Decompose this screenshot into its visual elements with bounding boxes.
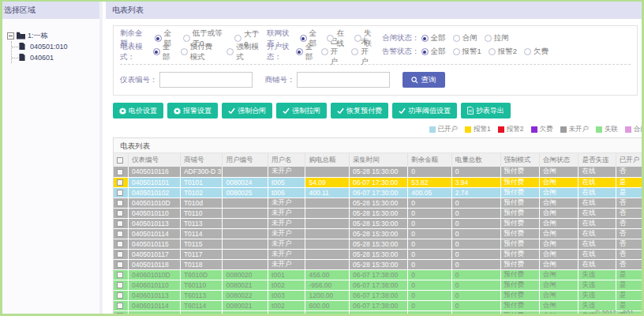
legend-item: 欠费 <box>531 125 553 134</box>
radio-icon[interactable] <box>321 48 328 55</box>
row-checkbox[interactable] <box>117 200 123 206</box>
tree-node-label[interactable]: 1:一栋 <box>28 31 48 41</box>
radio-icon[interactable] <box>183 35 190 42</box>
row-checkbox[interactable] <box>117 282 123 288</box>
row-checkbox[interactable] <box>117 190 123 196</box>
radio-option[interactable]: 拉闸 <box>485 33 509 43</box>
column-header: 强制模式 <box>500 153 539 167</box>
table-row[interactable]: 0405010116ADF300-D 3未开户05-28 15:30:0000预… <box>114 167 642 177</box>
radio-option[interactable]: 全部 <box>421 33 446 43</box>
table-cell: 未开户 <box>268 208 305 218</box>
radio-option[interactable]: 全部 <box>153 42 174 62</box>
table-cell: 0 <box>451 249 500 259</box>
toolbar-button[interactable]: 电价设置 <box>113 103 163 118</box>
radio-icon[interactable] <box>181 48 188 55</box>
radio-icon[interactable] <box>421 48 429 55</box>
toolbar-button[interactable]: 强制拉闸 <box>276 103 327 118</box>
radio-option[interactable]: 报警2 <box>489 47 517 57</box>
row-checkbox[interactable] <box>117 261 123 268</box>
radio-option[interactable]: 欠费 <box>524 47 549 57</box>
radio-option[interactable]: 合闸 <box>453 33 477 43</box>
table-cell: 合闸 <box>539 259 578 269</box>
row-checkbox[interactable] <box>117 241 123 247</box>
table-row[interactable]: 040501010DT010d未开户05-28 15:30:0000预付费合闸在… <box>114 198 642 208</box>
table-cell: 预付费 <box>500 218 539 228</box>
row-checkbox[interactable] <box>117 210 123 216</box>
table-cell: 0 <box>451 290 500 300</box>
table-row[interactable]: 0405010113T0113未开户05-28 15:30:0000预付费合闸在… <box>114 218 642 228</box>
collapse-icon[interactable] <box>7 32 14 40</box>
main-content: 剩余金额：全部低于或等于0大于0联网状态：全部在线失联合闸状态：全部合闸拉闸电表… <box>106 25 642 314</box>
query-button[interactable]: 查询 <box>402 72 445 88</box>
radio-icon[interactable] <box>453 35 460 42</box>
app-frame: 选择区域 1:一栋 040501:010040601 电表列表 剩余金额：全部低… <box>2 2 642 314</box>
radio-icon[interactable] <box>300 35 307 42</box>
column-header: 用户编号 <box>223 153 268 167</box>
select-all-checkbox[interactable] <box>117 157 123 164</box>
tree-node-label[interactable]: 040501:010 <box>30 43 68 51</box>
row-checkbox[interactable] <box>117 179 123 186</box>
table-row[interactable]: 0406010110T601100080021t002-956.0006-07 … <box>114 280 642 290</box>
row-checkbox[interactable] <box>117 169 123 175</box>
table-row[interactable]: 0405010101T01010080024t00554.0906-07 17:… <box>114 177 642 187</box>
table-row[interactable]: 0405010102T01020080025t006400.1106-07 17… <box>114 187 642 198</box>
row-checkbox[interactable] <box>117 313 123 314</box>
toolbar-button[interactable]: 报警设置 <box>167 103 218 118</box>
row-checkbox[interactable] <box>117 292 123 299</box>
row-checkbox[interactable] <box>117 272 123 278</box>
row-checkbox[interactable] <box>117 220 123 227</box>
legend-swatch <box>560 126 567 133</box>
legend: 已开户报警1报警2欠费未开户失联合闸 <box>113 125 642 134</box>
meter-no-input[interactable] <box>159 72 253 88</box>
check-icon <box>399 107 406 115</box>
table-row[interactable]: 0405010115T0115未开户05-28 15:30:0000预付费合闸在… <box>114 239 642 249</box>
radio-option[interactable]: 预付费模式 <box>181 42 220 62</box>
row-checkbox[interactable] <box>117 303 123 309</box>
radio-icon[interactable] <box>227 48 234 55</box>
row-checkbox[interactable] <box>117 231 123 237</box>
radio-option[interactable]: 报警1 <box>453 47 481 57</box>
table-cell: 否 <box>616 239 642 249</box>
table-cell: 53.82 <box>408 177 452 187</box>
radio-option[interactable]: 全部 <box>421 47 446 57</box>
radio-icon[interactable] <box>153 48 160 55</box>
table-row[interactable]: 0405010118T0118未开户05-28 15:30:0000预付费合闸在… <box>114 259 642 269</box>
tree-root-node[interactable]: 1:一栋 <box>7 30 96 41</box>
radio-option[interactable]: 强制模式 <box>227 42 260 62</box>
table-cell: T0117 <box>180 249 223 259</box>
toolbar-button-label: 恢复预付费 <box>346 106 382 116</box>
toolbar-button[interactable]: 功率阈值设置 <box>392 103 457 118</box>
tree-leaf-node[interactable]: 040601 <box>12 52 96 63</box>
table-row[interactable]: 0406010113T601130080022t0031200.0006-07 … <box>114 290 642 300</box>
table-row[interactable]: 0406010114T601140080021t002600.0006-07 1… <box>114 300 642 310</box>
tree-node-label[interactable]: 040601 <box>30 54 54 62</box>
table-cell: 0 <box>451 167 500 177</box>
radio-icon[interactable] <box>489 48 496 55</box>
radio-option[interactable]: 全部 <box>296 42 314 62</box>
radio-icon[interactable] <box>296 48 303 55</box>
table-row[interactable]: 0405010114T0114未开户05-28 15:30:0000预付费合闸在… <box>114 228 642 239</box>
table-row[interactable]: 0405010110T0110未开户05-28 15:30:0000预付费合闸在… <box>114 208 642 218</box>
radio-icon[interactable] <box>421 35 429 42</box>
table-row[interactable]: 0406010115T601150080023t0042444.0006-07 … <box>114 310 642 314</box>
column-header: 采集时间 <box>350 153 408 167</box>
table-cell: ADF300-D 3 <box>180 167 223 177</box>
radio-icon[interactable] <box>453 48 460 55</box>
tree-leaf-node[interactable]: 040501:010 <box>12 41 96 52</box>
filter-group: 开户状态：全部已开户未开户 <box>267 36 382 67</box>
toolbar-button[interactable]: 强制合闸 <box>222 103 272 118</box>
table-row[interactable]: 040601010DT6010D0080020t001456.0006-07 1… <box>114 269 642 280</box>
radio-icon[interactable] <box>155 35 162 42</box>
table-cell: 0 <box>451 300 500 310</box>
radio-icon[interactable] <box>485 35 492 42</box>
table-cell: 0 <box>451 208 500 218</box>
table-cell: 2444.00 <box>305 310 350 314</box>
toolbar-button[interactable]: 恢复预付费 <box>331 103 388 118</box>
table-row[interactable]: 0405010117T0117未开户05-28 15:30:0000预付费合闸在… <box>114 249 642 259</box>
radio-icon[interactable] <box>351 48 358 55</box>
radio-option-label: 报警2 <box>498 47 517 57</box>
shop-no-input[interactable] <box>297 72 390 88</box>
row-checkbox[interactable] <box>117 251 123 258</box>
radio-icon[interactable] <box>524 48 531 55</box>
toolbar-button[interactable]: 抄表导出 <box>461 103 511 118</box>
